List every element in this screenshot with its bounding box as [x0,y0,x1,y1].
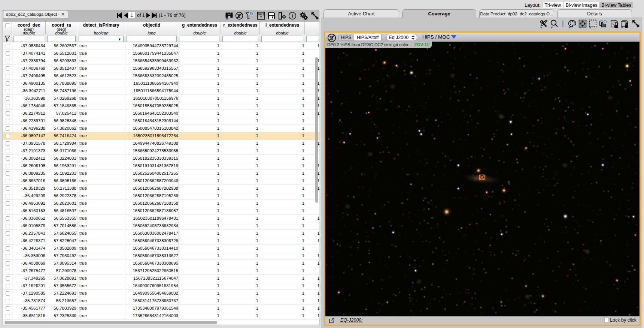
svg-text:5: 5 [604,20,606,24]
